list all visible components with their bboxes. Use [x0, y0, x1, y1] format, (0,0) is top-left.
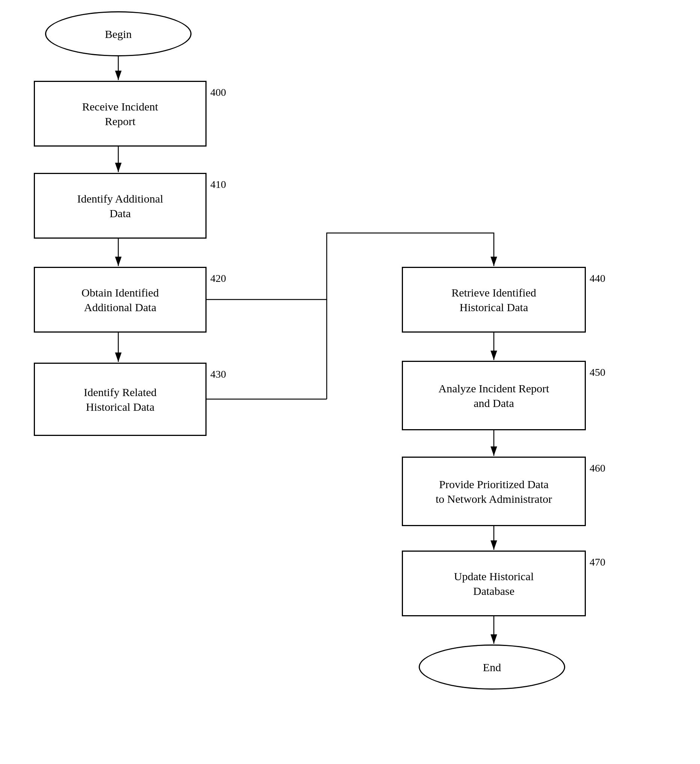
begin-ellipse: Begin	[45, 11, 192, 56]
update-historical-rect: Update HistoricalDatabase	[402, 551, 586, 616]
identify-historical-rect: Identify RelatedHistorical Data	[34, 363, 206, 436]
ref-420: 420	[210, 272, 226, 285]
flowchart-diagram: Begin Receive IncidentReport 400 Identif…	[0, 0, 700, 764]
retrieve-historical-label: Retrieve IdentifiedHistorical Data	[452, 285, 536, 315]
ref-470: 470	[590, 556, 605, 568]
ref-410: 410	[210, 178, 226, 191]
ref-440: 440	[590, 272, 605, 285]
provide-prioritized-label: Provide Prioritized Datato Network Admin…	[436, 477, 552, 506]
begin-label: Begin	[105, 27, 132, 41]
identify-additional-rect: Identify AdditionalData	[34, 173, 206, 239]
ref-430: 430	[210, 368, 226, 380]
obtain-additional-rect: Obtain IdentifiedAdditional Data	[34, 267, 206, 333]
update-historical-label: Update HistoricalDatabase	[454, 569, 534, 598]
ref-460: 460	[590, 462, 605, 474]
identify-additional-label: Identify AdditionalData	[77, 191, 163, 221]
retrieve-historical-rect: Retrieve IdentifiedHistorical Data	[402, 267, 586, 333]
end-ellipse: End	[419, 645, 565, 690]
end-label: End	[483, 660, 501, 675]
ref-450: 450	[590, 366, 605, 379]
receive-incident-label: Receive IncidentReport	[82, 99, 158, 128]
provide-prioritized-rect: Provide Prioritized Datato Network Admin…	[402, 457, 586, 526]
receive-incident-rect: Receive IncidentReport	[34, 81, 206, 147]
obtain-additional-label: Obtain IdentifiedAdditional Data	[81, 285, 159, 315]
analyze-incident-rect: Analyze Incident Reportand Data	[402, 361, 586, 430]
ref-400: 400	[210, 86, 226, 99]
identify-historical-label: Identify RelatedHistorical Data	[84, 385, 156, 414]
analyze-incident-label: Analyze Incident Reportand Data	[439, 381, 549, 410]
